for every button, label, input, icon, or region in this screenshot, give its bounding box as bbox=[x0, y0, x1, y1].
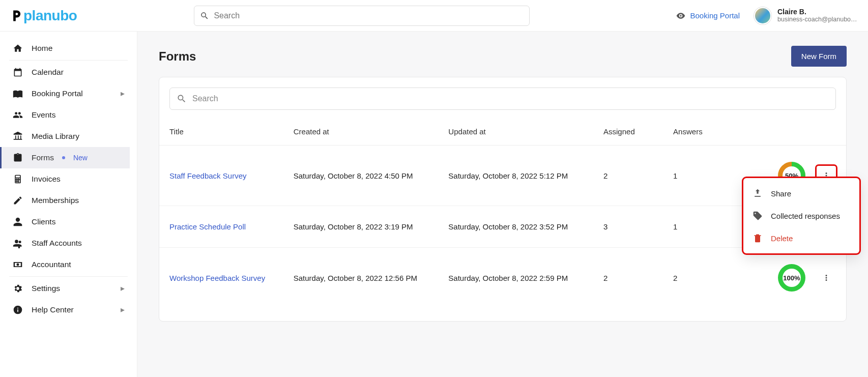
cell-assigned: 3 bbox=[603, 222, 673, 231]
new-dot-icon bbox=[62, 156, 65, 159]
menu-share[interactable]: Share bbox=[743, 182, 859, 205]
sidebar-item-accountant[interactable]: Accountant bbox=[7, 254, 130, 275]
logo-mark-icon bbox=[9, 9, 23, 23]
person-icon bbox=[12, 217, 23, 227]
menu-delete-label: Delete bbox=[771, 234, 793, 243]
new-form-button[interactable]: New Form bbox=[791, 46, 847, 67]
chevron-right-icon: ▸ bbox=[121, 284, 125, 293]
main-content: Forms New Form Title Created at Updated … bbox=[137, 32, 868, 377]
menu-collected-responses[interactable]: Collected responses bbox=[743, 205, 859, 227]
cell-answers: 2 bbox=[673, 274, 743, 282]
gear-icon bbox=[12, 283, 23, 294]
cell-updated: Saturday, October 8, 2022 3:52 PM bbox=[448, 222, 603, 231]
form-title-link[interactable]: Staff Feedback Survey bbox=[169, 171, 246, 180]
col-updated: Updated at bbox=[448, 127, 603, 136]
booking-portal-label: Booking Portal bbox=[690, 11, 740, 20]
user-name: Claire B. bbox=[777, 8, 859, 16]
cell-assigned: 2 bbox=[603, 274, 673, 282]
eye-icon bbox=[676, 11, 686, 21]
table-header: Title Created at Updated at Assigned Ans… bbox=[159, 115, 846, 146]
sidebar-item-label: Calendar bbox=[32, 68, 64, 77]
cell-updated: Saturday, October 8, 2022 5:12 PM bbox=[448, 171, 603, 180]
home-icon bbox=[12, 43, 23, 53]
info-icon bbox=[12, 305, 23, 315]
menu-delete[interactable]: Delete bbox=[743, 227, 859, 249]
sidebar-item-booking-portal[interactable]: Booking Portal ▸ bbox=[7, 83, 130, 104]
forms-card: Title Created at Updated at Assigned Ans… bbox=[159, 77, 847, 322]
cell-created: Saturday, October 8, 2022 4:50 PM bbox=[294, 171, 449, 180]
sidebar-item-label: Invoices bbox=[32, 175, 61, 184]
trash-icon bbox=[753, 233, 763, 243]
sidebar: Home Calendar Booking Portal ▸ Events Me… bbox=[0, 32, 137, 377]
sidebar-item-forms[interactable]: Forms New bbox=[0, 147, 130, 168]
search-icon bbox=[177, 94, 187, 104]
sidebar-item-label: Forms bbox=[32, 153, 54, 162]
sidebar-item-help-center[interactable]: Help Center ▸ bbox=[7, 299, 130, 321]
sidebar-item-label: Booking Portal bbox=[32, 89, 83, 98]
cell-assigned: 2 bbox=[603, 171, 673, 180]
booking-portal-link[interactable]: Booking Portal bbox=[676, 11, 740, 21]
cell-created: Saturday, October 8, 2022 3:19 PM bbox=[294, 222, 449, 231]
sidebar-item-staff-accounts[interactable]: Staff Accounts bbox=[7, 233, 130, 254]
share-icon bbox=[753, 188, 763, 198]
staff-icon bbox=[12, 238, 23, 248]
sidebar-item-settings[interactable]: Settings ▸ bbox=[7, 278, 130, 299]
sidebar-item-invoices[interactable]: Invoices bbox=[7, 168, 130, 190]
page-title: Forms bbox=[159, 49, 196, 64]
tag-icon bbox=[753, 211, 763, 221]
sidebar-item-label: Accountant bbox=[32, 260, 71, 269]
col-answers: Answers bbox=[673, 127, 743, 136]
sidebar-item-label: Media Library bbox=[32, 132, 79, 141]
people-icon bbox=[12, 110, 23, 120]
global-search-input[interactable] bbox=[194, 6, 530, 26]
chevron-right-icon: ▸ bbox=[121, 89, 125, 98]
cell-updated: Saturday, October 8, 2022 2:59 PM bbox=[448, 274, 603, 282]
sidebar-item-calendar[interactable]: Calendar bbox=[7, 62, 130, 83]
user-email: business-coach@planubo.c... bbox=[777, 16, 859, 23]
clipboard-icon bbox=[12, 153, 23, 163]
sidebar-item-label: Memberships bbox=[32, 196, 79, 205]
sidebar-item-home[interactable]: Home bbox=[7, 38, 130, 59]
edit-icon bbox=[12, 195, 23, 206]
col-title: Title bbox=[169, 127, 294, 136]
sidebar-item-label: Staff Accounts bbox=[32, 239, 82, 248]
list-search bbox=[169, 88, 836, 110]
calendar-icon bbox=[12, 67, 23, 77]
sidebar-item-events[interactable]: Events bbox=[7, 104, 130, 126]
user-menu[interactable]: Claire B. business-coach@planubo.c... bbox=[754, 7, 859, 24]
forms-table: Title Created at Updated at Assigned Ans… bbox=[159, 115, 846, 308]
cell-answers: 1 bbox=[673, 222, 743, 231]
topbar: planubo Booking Portal Claire B. busines… bbox=[0, 0, 868, 32]
table-row: Workshop Feedback Survey Saturday, Octob… bbox=[159, 248, 846, 308]
sidebar-item-label: Clients bbox=[32, 217, 55, 226]
menu-share-label: Share bbox=[771, 189, 791, 198]
form-title-link[interactable]: Workshop Feedback Survey bbox=[169, 274, 265, 282]
cell-answers: 1 bbox=[673, 171, 743, 180]
sidebar-item-clients[interactable]: Clients bbox=[7, 211, 130, 233]
search-icon bbox=[200, 11, 209, 20]
chevron-right-icon: ▸ bbox=[121, 305, 125, 314]
logo[interactable]: planubo bbox=[9, 8, 77, 24]
book-icon bbox=[12, 89, 23, 99]
sidebar-item-label: Settings bbox=[32, 284, 60, 293]
table-row: Staff Feedback Survey Saturday, October … bbox=[159, 146, 846, 206]
logo-text: planubo bbox=[23, 8, 77, 24]
form-title-link[interactable]: Practice Schedule Poll bbox=[169, 222, 246, 231]
cash-icon bbox=[12, 259, 23, 270]
sidebar-item-label: Home bbox=[32, 44, 52, 53]
sidebar-item-label: Events bbox=[32, 110, 55, 120]
sidebar-item-label: Help Center bbox=[32, 305, 74, 314]
new-badge: New bbox=[73, 154, 88, 162]
calculator-icon bbox=[12, 174, 23, 184]
list-search-input[interactable] bbox=[169, 88, 836, 110]
completion-ring: 100% bbox=[778, 264, 805, 292]
col-created: Created at bbox=[294, 127, 449, 136]
menu-collected-label: Collected responses bbox=[771, 212, 840, 220]
sidebar-item-media-library[interactable]: Media Library bbox=[7, 126, 130, 147]
sidebar-item-memberships[interactable]: Memberships bbox=[7, 190, 130, 211]
col-assigned: Assigned bbox=[603, 127, 673, 136]
cell-created: Saturday, October 8, 2022 12:56 PM bbox=[294, 274, 449, 282]
row-actions-button[interactable] bbox=[817, 268, 836, 287]
global-search bbox=[194, 6, 530, 26]
library-icon bbox=[12, 131, 23, 141]
